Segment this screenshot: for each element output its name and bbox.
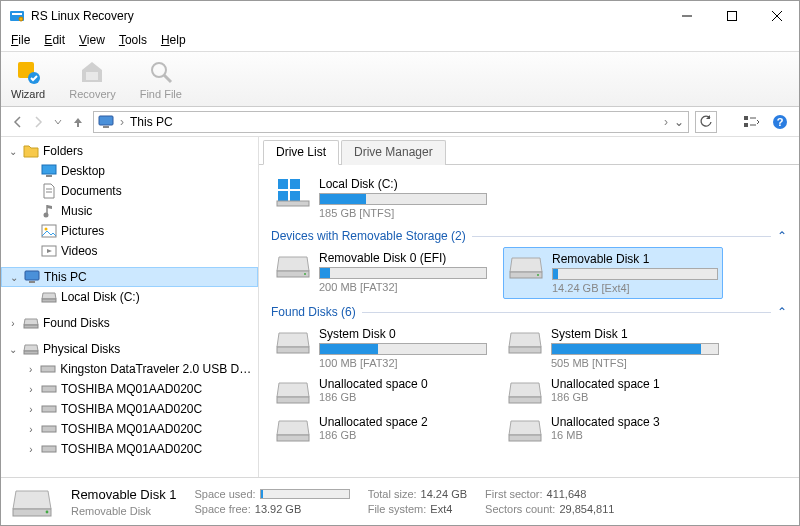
help-button[interactable]: ? [769,111,791,133]
back-button[interactable] [9,113,27,131]
svg-rect-33 [41,366,55,372]
menu-file[interactable]: File [5,31,36,51]
drive-icon [275,251,311,281]
tree-found-disks[interactable]: › Found Disks [1,313,258,333]
svg-rect-51 [277,435,309,441]
svg-rect-25 [42,225,56,237]
tree-local-disk-c[interactable]: Local Disk (C:) [1,287,258,307]
drive-icon [41,421,57,437]
drive-unallocated-0[interactable]: Unallocated space 0186 GB [271,373,491,411]
chevron-right-icon[interactable]: › [25,444,37,455]
tree-toshiba-3[interactable]: ›TOSHIBA MQ01AAD020C [1,419,258,439]
drive-icon [275,415,311,445]
tree-pictures[interactable]: Pictures [1,221,258,241]
section-found[interactable]: Found Disks (6)⌃ [271,305,787,319]
chevron-up-icon[interactable]: ⌃ [777,305,787,319]
tree-folders[interactable]: ⌄ Folders [1,141,258,161]
menu-help[interactable]: Help [155,31,192,51]
svg-rect-50 [509,397,541,403]
address-bar[interactable]: › › ⌄ [93,111,689,133]
chevron-up-icon[interactable]: ⌃ [777,229,787,243]
tree-toshiba-2[interactable]: ›TOSHIBA MQ01AAD020C [1,399,258,419]
drive-local-c[interactable]: Local Disk (C:) 185 GB [NTFS] [271,173,491,223]
chevron-right-icon[interactable]: › [7,318,19,329]
svg-point-24 [44,213,49,218]
svg-point-44 [304,273,306,275]
svg-rect-41 [290,191,300,201]
title-bar: RS Linux Recovery [1,1,799,31]
svg-rect-35 [42,406,56,412]
pc-icon [24,269,40,285]
drive-icon [275,377,311,407]
tree-desktop[interactable]: Desktop [1,161,258,181]
menu-view[interactable]: View [73,31,111,51]
nav-bar: › › ⌄ ? [1,107,799,137]
chevron-right-icon[interactable]: › [25,424,37,435]
tree-this-pc[interactable]: ⌄ This PC [1,267,258,287]
pictures-icon [41,223,57,239]
document-icon [41,183,57,199]
drive-removable-1[interactable]: Removable Disk 114.24 GB [Ext4] [503,247,723,299]
drive-icon [40,361,56,377]
drive-removable-0[interactable]: Removable Disk 0 (EFI)200 MB [FAT32] [271,247,491,299]
menu-tools[interactable]: Tools [113,31,153,51]
drive-icon [41,289,57,305]
address-input[interactable] [130,115,658,129]
svg-rect-9 [86,72,98,80]
svg-rect-29 [29,281,35,283]
status-bar: Removable Disk 1 Removable Disk Space us… [1,477,799,525]
tree-videos[interactable]: Videos [1,241,258,261]
refresh-button[interactable] [695,111,717,133]
tree-toshiba-1[interactable]: ›TOSHIBA MQ01AAD020C [1,379,258,399]
status-type: Removable Disk [71,505,177,517]
drive-system-1[interactable]: System Disk 1505 MB [NTFS] [503,323,723,373]
svg-rect-38 [278,179,288,189]
address-dropdown[interactable]: ⌄ [674,115,684,129]
windows-drive-icon [275,177,311,207]
tree-music[interactable]: Music [1,201,258,221]
menu-edit[interactable]: Edit [38,31,71,51]
svg-rect-31 [24,325,38,328]
recovery-button[interactable]: Recovery [69,58,115,100]
drive-system-0[interactable]: System Disk 0100 MB [FAT32] [271,323,491,373]
chevron-right-icon[interactable]: › [25,404,37,415]
toolbar: Wizard Recovery Find File [1,51,799,107]
svg-rect-37 [42,446,56,452]
history-dropdown[interactable] [49,113,67,131]
view-options-button[interactable] [741,111,763,133]
drive-unallocated-3[interactable]: Unallocated space 316 MB [503,411,723,449]
chevron-down-icon[interactable]: ⌄ [8,272,20,283]
maximize-button[interactable] [709,1,754,31]
close-button[interactable] [754,1,799,31]
tree-physical-disks[interactable]: ⌄ Physical Disks [1,339,258,359]
tab-drive-manager[interactable]: Drive Manager [341,140,446,165]
svg-rect-42 [277,201,309,206]
findfile-button[interactable]: Find File [140,58,182,100]
videos-icon [41,243,57,259]
desktop-icon [41,163,57,179]
section-removable[interactable]: Devices with Removable Storage (2)⌃ [271,229,787,243]
minimize-button[interactable] [664,1,709,31]
drive-icon [275,327,311,357]
forward-button[interactable] [29,113,47,131]
chevron-down-icon[interactable]: ⌄ [7,344,19,355]
svg-rect-53 [13,509,51,516]
folder-tree: ⌄ Folders Desktop Documents Music Pictur… [1,137,259,477]
up-button[interactable] [69,113,87,131]
chevron-right-icon[interactable]: › [25,364,36,375]
chevron-right-icon[interactable]: › [25,384,37,395]
status-name: Removable Disk 1 [71,487,177,502]
tree-documents[interactable]: Documents [1,181,258,201]
svg-rect-28 [25,271,39,280]
svg-line-11 [164,75,171,82]
tab-drive-list[interactable]: Drive List [263,140,339,165]
tree-kingston[interactable]: ›Kingston DataTraveler 2.0 USB Device [1,359,258,379]
drive-unallocated-1[interactable]: Unallocated space 1186 GB [503,373,723,411]
drive-icon [507,415,543,445]
tree-toshiba-4[interactable]: ›TOSHIBA MQ01AAD020C [1,439,258,459]
wizard-button[interactable]: Wizard [11,58,45,100]
wizard-icon [14,58,42,86]
chevron-down-icon[interactable]: ⌄ [7,146,19,157]
svg-rect-49 [277,397,309,403]
drive-unallocated-2[interactable]: Unallocated space 2186 GB [271,411,491,449]
